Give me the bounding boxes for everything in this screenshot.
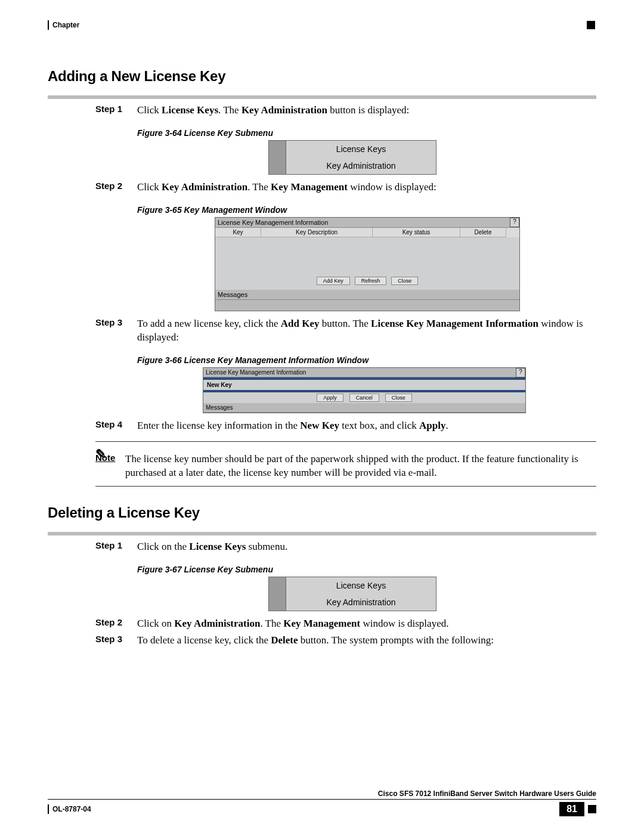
step-text: To delete a license key, click the Delet… [137, 634, 494, 648]
corner-marker-icon [587, 21, 595, 29]
figure-66-window: ? License Key Management Information New… [203, 367, 526, 413]
table-header: Key Key Description Key status Delete [215, 228, 519, 237]
close-button[interactable]: Close [385, 394, 412, 402]
add-key-button[interactable]: Add Key [317, 277, 350, 285]
col-delete: Delete [460, 228, 506, 237]
note-divider [95, 441, 596, 442]
window-title: License Key Management Information [215, 218, 519, 228]
new-key-label: New Key [203, 380, 525, 390]
button-row: Add Key Refresh Close [215, 274, 519, 290]
step-2-del: Step 2 Click on Key Administration. The … [95, 617, 596, 631]
step-text: Enter the license key information in the… [137, 419, 448, 433]
col-key-description: Key Description [261, 228, 373, 237]
help-icon[interactable]: ? [516, 368, 525, 377]
header-bar-icon [48, 20, 49, 30]
step-4: Step 4 Enter the license key information… [95, 419, 596, 433]
col-key: Key [215, 228, 261, 237]
submenu-license-keys[interactable]: License Keys [286, 577, 436, 594]
page-header: Chapter [48, 18, 596, 32]
submenu-tab-icon [269, 157, 286, 174]
step-1-del: Step 1 Click on the License Keys submenu… [95, 540, 596, 554]
submenu-license-keys[interactable]: License Keys [286, 141, 436, 157]
help-icon[interactable]: ? [510, 218, 519, 227]
section-adding-title: Adding a New License Key [48, 68, 596, 85]
table-body-empty [215, 237, 519, 274]
messages-area [215, 300, 519, 311]
step-text: Click License Keys. The Key Administrati… [137, 104, 409, 117]
note-label: Note [95, 453, 125, 463]
messages-bar: Messages [203, 403, 525, 413]
figure-64-submenu: License Keys Key Administration [268, 140, 436, 175]
close-button[interactable]: Close [391, 277, 418, 285]
footer-bar-icon [48, 804, 49, 814]
section-deleting-title: Deleting a License Key [48, 504, 596, 521]
guide-title: Cisco SFS 7012 InfiniBand Server Switch … [378, 789, 596, 798]
note-divider [95, 486, 596, 487]
apply-button[interactable]: Apply [317, 394, 343, 402]
chapter-label: Chapter [52, 21, 79, 29]
section-divider [48, 95, 596, 99]
step-label: Step 3 [95, 317, 137, 327]
step-label: Step 2 [95, 617, 137, 627]
submenu-key-administration[interactable]: Key Administration [286, 157, 436, 174]
button-row: Apply Cancel Close [203, 392, 525, 403]
figure-67-caption: Figure 3-67 License Key Submenu [137, 565, 596, 574]
step-label: Step 4 [95, 419, 137, 429]
page-number: 81 [559, 802, 584, 816]
figure-65-caption: Figure 3-65 Key Management Window [137, 205, 596, 215]
step-text: Click on the License Keys submenu. [137, 540, 287, 554]
submenu-tab-icon [269, 577, 286, 594]
step-label: Step 2 [95, 181, 137, 191]
note-text: The license key number should be part of… [125, 453, 596, 480]
messages-bar: Messages [215, 290, 519, 300]
step-label: Step 3 [95, 634, 137, 644]
step-text: Click Key Administration. The Key Manage… [137, 181, 436, 194]
figure-66-caption: Figure 3-66 License Key Management Infor… [137, 355, 596, 365]
doc-number: OL-8787-04 [52, 805, 91, 813]
submenu-tab-icon [269, 594, 286, 611]
step-1: Step 1 Click License Keys. The Key Admin… [95, 104, 596, 117]
figure-65-window: ? License Key Management Information Key… [215, 217, 520, 311]
step-text: Click on Key Administration. The Key Man… [137, 617, 448, 631]
cancel-button[interactable]: Cancel [349, 394, 379, 402]
step-text: To add a new license key, click the Add … [137, 317, 596, 345]
submenu-key-administration[interactable]: Key Administration [286, 594, 436, 611]
submenu-tab-icon [269, 141, 286, 157]
refresh-button[interactable]: Refresh [355, 277, 387, 285]
step-3-del: Step 3 To delete a license key, click th… [95, 634, 596, 648]
step-3: Step 3 To add a new license key, click t… [95, 317, 596, 345]
col-key-status: Key status [373, 228, 460, 237]
section-divider [48, 532, 596, 535]
figure-64-caption: Figure 3-64 License Key Submenu [137, 128, 596, 138]
page-footer: Cisco SFS 7012 InfiniBand Server Switch … [48, 788, 596, 816]
window-title: License Key Management Information [203, 368, 525, 377]
figure-67-submenu: License Keys Key Administration [268, 577, 436, 611]
step-2: Step 2 Click Key Administration. The Key… [95, 181, 596, 194]
corner-marker-icon [588, 805, 596, 813]
step-label: Step 1 [95, 540, 137, 550]
note-body: Note The license key number should be pa… [95, 453, 596, 480]
step-label: Step 1 [95, 104, 137, 114]
